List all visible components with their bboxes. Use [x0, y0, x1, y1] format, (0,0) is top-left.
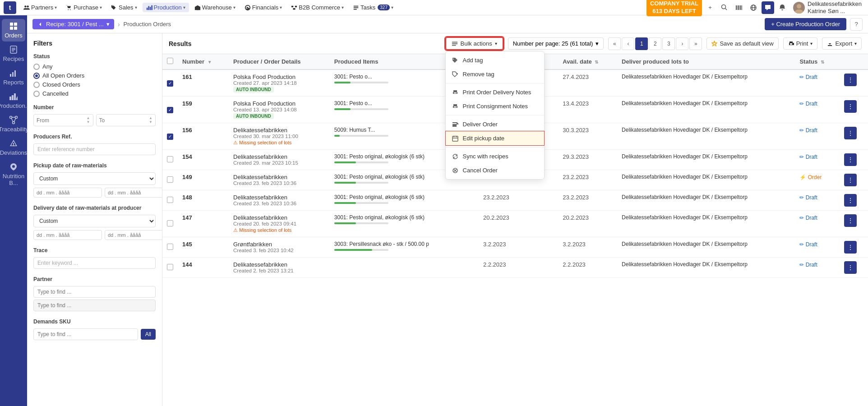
row-action-button[interactable]: ⋮ [844, 261, 857, 274]
pickup-date-to[interactable] [105, 188, 162, 198]
chat-icon[interactable] [762, 1, 774, 14]
demands-all-button[interactable]: All [141, 329, 156, 340]
radio-all-open [33, 73, 40, 79]
row-checkbox[interactable] [167, 156, 173, 162]
dropdown-deliver-order[interactable]: Deliver Order [446, 117, 544, 131]
th-number[interactable]: Number ▼ [178, 54, 229, 69]
nav-partners[interactable]: Partners ▾ [20, 3, 60, 12]
create-production-order-button[interactable]: + Create Production Order [765, 18, 846, 30]
barcode-icon[interactable] [733, 1, 745, 14]
row-checkbox[interactable] [167, 176, 173, 183]
search-icon[interactable] [718, 1, 731, 14]
nav-sales[interactable]: Sales ▾ [107, 3, 141, 12]
page-3[interactable]: 3 [662, 37, 675, 50]
print-button[interactable]: Print ▾ [783, 37, 818, 50]
user-profile[interactable]: Delikatessefabrikken Katrine Søn ... [790, 0, 864, 15]
dropdown-remove-tag[interactable]: Remove tag [446, 67, 544, 81]
page-2[interactable]: 2 [649, 37, 661, 50]
row-checkbox[interactable] [167, 197, 173, 203]
nav-warehouse[interactable]: Warehouse ▾ [191, 3, 239, 12]
order-number: 145 [182, 241, 192, 248]
produced-item: 3001: Pesto original, økologisk (6 stk) [334, 174, 462, 180]
nav-tasks[interactable]: Tasks 327 ▾ [349, 3, 397, 12]
trace-label: Trace [33, 247, 156, 254]
number-to-field[interactable] [99, 117, 148, 124]
dropdown-print-delivery[interactable]: Print Order Delivery Notes [446, 85, 544, 99]
sidebar-item-recipes[interactable]: Recipes [2, 42, 25, 65]
created-date: Created 27. apr 2023 14:18 [233, 80, 325, 86]
app-logo[interactable]: t [4, 1, 16, 14]
status-closed[interactable]: Closed Orders [33, 81, 156, 88]
missing-lots-badge: ⚠ Missing selection of lots [233, 140, 325, 146]
partner-input-2[interactable] [33, 300, 156, 311]
row-checkbox[interactable] [167, 264, 173, 270]
producers-ref-input[interactable] [33, 143, 156, 155]
page-1[interactable]: 1 [635, 37, 648, 50]
save-default-view-button[interactable]: Save as default view [706, 37, 778, 50]
deliver-to: Delikatessefabrikken Hovedlager DK / Eks… [622, 74, 790, 80]
dropdown-divider-3 [446, 147, 544, 148]
number-to-up[interactable]: ▲ [149, 116, 152, 120]
row-checkbox[interactable]: ✓ [167, 80, 173, 87]
demands-sku-input[interactable] [33, 328, 138, 340]
plus-icon[interactable]: + [704, 1, 716, 14]
per-page-selector[interactable]: Number per page: 25 (61 total) ▾ [508, 37, 604, 50]
help-button[interactable]: ? [850, 18, 863, 31]
row-checkbox[interactable]: ✓ [167, 107, 173, 113]
pickup-date-select[interactable]: Custom [33, 172, 156, 185]
row-action-button[interactable]: ⋮ [844, 127, 857, 139]
row-action-button[interactable]: ⋮ [844, 100, 857, 113]
row-checkbox[interactable] [167, 244, 173, 250]
nav-financials[interactable]: Financials ▾ [241, 3, 286, 12]
sidebar-item-production[interactable]: Production... [2, 89, 25, 112]
th-status: Status ⇅ [795, 54, 839, 69]
page-next-end[interactable]: » [689, 37, 702, 50]
row-checkbox[interactable]: ✓ [167, 134, 173, 140]
row-action-button[interactable]: ⋮ [844, 74, 857, 86]
sidebar-item-deviations[interactable]: Deviations [2, 136, 25, 159]
select-all-checkbox[interactable] [167, 58, 173, 64]
nav-purchase[interactable]: Purchase ▾ [62, 3, 106, 12]
delivery-date-from[interactable] [33, 230, 102, 240]
globe-icon[interactable] [747, 1, 760, 14]
delivery-date-select[interactable]: Custom [33, 215, 156, 227]
dropdown-add-tag[interactable]: Add tag [446, 53, 544, 67]
row-action-button[interactable]: ⋮ [844, 194, 857, 207]
number-to-down[interactable]: ▼ [149, 120, 152, 124]
status-cancelled[interactable]: Cancelled [33, 90, 156, 97]
export-button[interactable]: Export ▾ [822, 37, 862, 50]
status-any[interactable]: Any [33, 63, 156, 70]
sidebar-item-traceability[interactable]: Traceability [2, 113, 25, 135]
page-prev-start[interactable]: « [608, 37, 621, 50]
page-prev[interactable]: ‹ [622, 37, 634, 50]
sidebar-item-reports[interactable]: Reports [2, 66, 25, 88]
number-from-up[interactable]: ▲ [87, 116, 90, 120]
partner-input-1[interactable] [33, 286, 156, 298]
bell-icon[interactable] [776, 1, 789, 14]
svg-marker-54 [712, 41, 717, 46]
pickup-date-from[interactable] [33, 188, 102, 198]
bulk-actions-button[interactable]: Bulk actions ▾ [445, 37, 503, 50]
nav-production[interactable]: Production ▾ [143, 3, 189, 12]
results-title: Results [169, 40, 192, 47]
sidebar-item-nutrition[interactable]: Nutrition B... [2, 160, 25, 189]
row-checkbox[interactable] [167, 220, 173, 226]
sidebar-item-orders[interactable]: Orders [2, 19, 25, 42]
page-next[interactable]: › [676, 37, 688, 50]
trace-input[interactable] [33, 257, 156, 269]
dropdown-sync-recipes[interactable]: Sync with recipes [446, 149, 544, 163]
nav-b2b[interactable]: B2B Commerce ▾ [287, 3, 347, 12]
demands-sku-filter: Demands SKU All [33, 318, 156, 340]
number-from-field[interactable] [37, 117, 85, 124]
row-action-button[interactable]: ⋮ [844, 214, 857, 227]
number-from-down[interactable]: ▼ [87, 120, 90, 124]
back-button[interactable]: Recipe: 3001 / Pest ... ▾ [32, 19, 114, 29]
delivery-date-to[interactable] [105, 230, 162, 240]
row-action-button[interactable]: ⋮ [844, 153, 857, 166]
dropdown-cancel-order[interactable]: Cancel Order [446, 163, 544, 177]
status-all-open[interactable]: All Open Orders [33, 72, 156, 79]
dropdown-print-consignment[interactable]: Print Consignment Notes [446, 99, 544, 113]
dropdown-edit-pickup[interactable]: Edit pickup date [446, 131, 544, 145]
row-action-button[interactable]: ⋮ [844, 174, 857, 186]
row-action-button[interactable]: ⋮ [844, 241, 857, 254]
